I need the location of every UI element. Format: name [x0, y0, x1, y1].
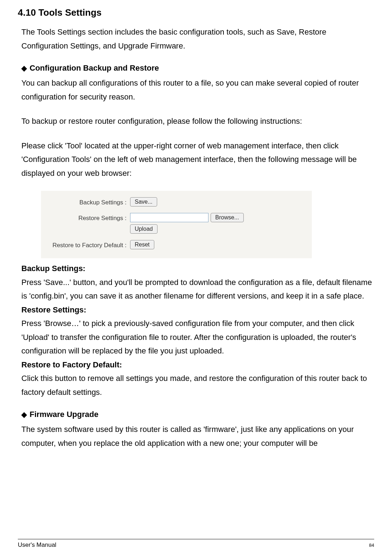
backup-settings-label: Backup Settings : — [49, 197, 130, 206]
backup-settings-heading: Backup Settings: — [18, 262, 374, 276]
save-button[interactable]: Save... — [130, 197, 157, 207]
upload-button[interactable]: Upload — [130, 224, 158, 234]
backup-settings-description: Press 'Save...' button, and you'll be pr… — [18, 276, 374, 303]
factory-default-description: Click this button to remove all settings… — [18, 372, 374, 399]
paragraph-navigation-steps: Please click 'Tool' located at the upper… — [18, 139, 374, 180]
footer-title: User's Manual — [18, 541, 56, 549]
restore-settings-label: Restore Settings : — [49, 213, 130, 222]
reset-button[interactable]: Reset — [130, 240, 154, 249]
browse-button[interactable]: Browse... — [211, 213, 244, 222]
subsection-title: Configuration Backup and Restore — [30, 63, 159, 72]
page-footer: User's Manual 84 — [18, 539, 374, 549]
paragraph-firmware-intro: The system software used by this router … — [18, 423, 374, 450]
restore-settings-heading: Restore Settings: — [18, 303, 374, 317]
subsection-firmware-upgrade: ◆Firmware Upgrade — [18, 410, 374, 419]
section-heading: 4.10 Tools Settings — [18, 7, 374, 18]
restore-file-input[interactable] — [130, 213, 208, 222]
paragraph-instructions-intro: To backup or restore router configuratio… — [18, 114, 374, 128]
paragraph-backup-intro: You can backup all configurations of thi… — [18, 76, 374, 104]
subsection-config-backup-restore: ◆Configuration Backup and Restore — [18, 63, 374, 73]
restore-settings-description: Press 'Browse…' to pick a previously-sav… — [18, 317, 374, 358]
intro-paragraph: The Tools Settings section includes the … — [18, 25, 374, 53]
page-number: 84 — [369, 543, 374, 548]
factory-default-heading: Restore to Factory Default: — [18, 358, 374, 372]
diamond-bullet-icon: ◆ — [21, 64, 27, 72]
diamond-bullet-icon: ◆ — [21, 410, 27, 419]
config-tools-panel: Backup Settings : Save... Restore Settin… — [41, 191, 312, 258]
factory-default-label: Restore to Factory Default : — [49, 240, 130, 249]
subsection-title: Firmware Upgrade — [30, 410, 98, 419]
